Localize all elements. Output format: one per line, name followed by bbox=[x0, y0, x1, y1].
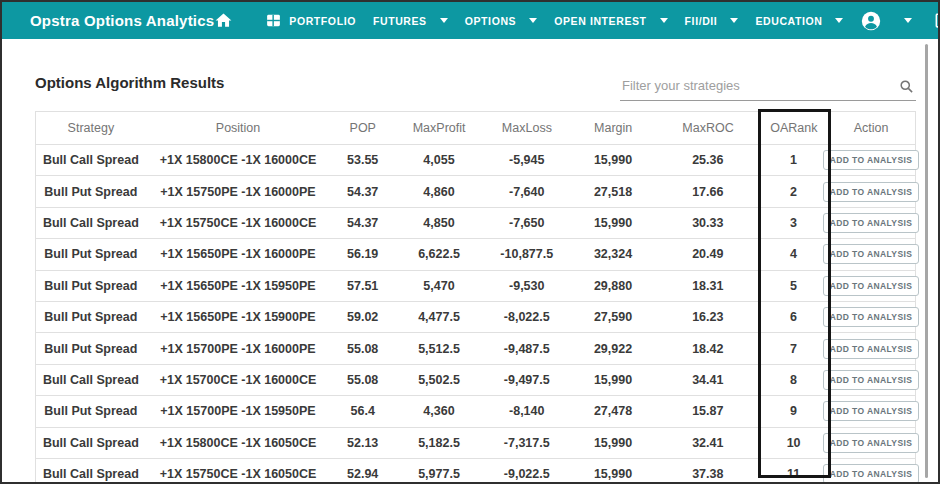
position-cell: +1X 15700PE -1X 15950PE bbox=[146, 396, 331, 426]
position-cell: +1X 15700CE -1X 16000CE bbox=[146, 365, 331, 395]
maxprofit-cell: 6,622.5 bbox=[395, 239, 483, 269]
col-header-maxloss: MaxLoss bbox=[483, 112, 571, 144]
strategy-cell: Bull Call Spread bbox=[36, 365, 146, 395]
margin-cell: 27,590 bbox=[571, 302, 656, 332]
add-to-analysis-button[interactable]: ADD TO ANALYSIS bbox=[823, 464, 920, 484]
add-to-analysis-button[interactable]: ADD TO ANALYSIS bbox=[823, 433, 920, 453]
table-row: Bull Call Spread +1X 15750CE -1X 16050CE… bbox=[36, 459, 915, 484]
maxloss-cell: -5,945 bbox=[483, 145, 571, 175]
table-row: Bull Put Spread +1X 15700PE -1X 15950PE … bbox=[36, 396, 915, 427]
strategy-cell: Bull Put Spread bbox=[36, 239, 146, 269]
pop-cell: 55.08 bbox=[330, 365, 395, 395]
nav-label: FUTURES bbox=[373, 15, 427, 27]
margin-cell: 15,990 bbox=[571, 145, 656, 175]
oarank-cell: 7 bbox=[760, 333, 827, 363]
maxloss-cell: -9,022.5 bbox=[483, 459, 571, 484]
add-to-analysis-button[interactable]: ADD TO ANALYSIS bbox=[823, 213, 920, 233]
main-nav: PORTFOLIO FUTURES OPTIONS OPEN INTEREST … bbox=[214, 10, 940, 32]
add-to-analysis-button[interactable]: ADD TO ANALYSIS bbox=[823, 307, 920, 327]
results-table: Strategy Position POP MaxProfit MaxLoss … bbox=[35, 111, 916, 484]
maxroc-cell: 15.87 bbox=[655, 396, 760, 426]
nav-item-open-interest[interactable]: OPEN INTEREST bbox=[554, 15, 667, 27]
add-to-analysis-button[interactable]: ADD TO ANALYSIS bbox=[823, 339, 920, 359]
table-row: Bull Call Spread +1X 15700CE -1X 16000CE… bbox=[36, 365, 915, 396]
action-cell: ADD TO ANALYSIS bbox=[827, 176, 915, 206]
position-cell: +1X 15700PE -1X 16000PE bbox=[146, 333, 331, 363]
logout-icon bbox=[934, 11, 940, 30]
position-cell: +1X 15750CE -1X 16050CE bbox=[146, 459, 331, 484]
content-header: Options Algorithm Results bbox=[35, 59, 916, 101]
account-button[interactable] bbox=[860, 10, 882, 32]
table-row: Bull Put Spread +1X 15650PE -1X 16000PE … bbox=[36, 239, 915, 270]
action-cell: ADD TO ANALYSIS bbox=[827, 302, 915, 332]
nav-item-fii-dii[interactable]: FII/DII bbox=[685, 15, 739, 27]
maxloss-cell: -9,530 bbox=[483, 271, 571, 301]
pop-cell: 57.51 bbox=[330, 271, 395, 301]
account-dropdown-caret[interactable] bbox=[904, 18, 912, 23]
table-row: Bull Put Spread +1X 15750PE -1X 16000PE … bbox=[36, 176, 915, 207]
maxloss-cell: -8,022.5 bbox=[483, 302, 571, 332]
maxroc-cell: 32.41 bbox=[655, 428, 760, 458]
col-header-oarank: OARank bbox=[760, 112, 827, 144]
oarank-cell: 4 bbox=[760, 239, 827, 269]
col-header-pop: POP bbox=[330, 112, 395, 144]
position-cell: +1X 15750PE -1X 16000PE bbox=[146, 176, 331, 206]
nav-item-education[interactable]: EDUCATION bbox=[755, 15, 843, 27]
strategy-cell: Bull Call Spread bbox=[36, 208, 146, 238]
strategy-cell: Bull Call Spread bbox=[36, 428, 146, 458]
pop-cell: 54.37 bbox=[330, 208, 395, 238]
margin-cell: 15,990 bbox=[571, 208, 656, 238]
nav-item-options[interactable]: OPTIONS bbox=[465, 15, 537, 27]
maxroc-cell: 34.41 bbox=[655, 365, 760, 395]
margin-cell: 27,478 bbox=[571, 396, 656, 426]
pop-cell: 56.19 bbox=[330, 239, 395, 269]
vertical-scrollbar[interactable] bbox=[925, 44, 928, 478]
maxroc-cell: 25.36 bbox=[655, 145, 760, 175]
nav-label: OPTIONS bbox=[465, 15, 516, 27]
add-to-analysis-button[interactable]: ADD TO ANALYSIS bbox=[823, 150, 920, 170]
search-icon bbox=[899, 79, 914, 94]
maxloss-cell: -7,650 bbox=[483, 208, 571, 238]
nav-label: OPEN INTEREST bbox=[554, 15, 646, 27]
table-row: Bull Put Spread +1X 15650PE -1X 15900PE … bbox=[36, 302, 915, 333]
page: Opstra Options Analytics PORTFO bbox=[0, 0, 940, 484]
filter-input[interactable] bbox=[620, 74, 916, 101]
action-cell: ADD TO ANALYSIS bbox=[827, 271, 915, 301]
add-to-analysis-button[interactable]: ADD TO ANALYSIS bbox=[823, 244, 920, 264]
logout-button[interactable] bbox=[934, 11, 940, 30]
oarank-cell: 6 bbox=[760, 302, 827, 332]
margin-cell: 15,990 bbox=[571, 428, 656, 458]
top-navigation-bar: Opstra Options Analytics PORTFO bbox=[2, 2, 938, 39]
maxroc-cell: 30.33 bbox=[655, 208, 760, 238]
col-header-maxroc: MaxROC bbox=[656, 112, 761, 144]
strategy-cell: Bull Call Spread bbox=[36, 459, 146, 484]
maxprofit-cell: 5,502.5 bbox=[395, 365, 483, 395]
maxloss-cell: -9,497.5 bbox=[483, 365, 571, 395]
add-to-analysis-button[interactable]: ADD TO ANALYSIS bbox=[823, 182, 920, 202]
action-cell: ADD TO ANALYSIS bbox=[827, 333, 915, 363]
maxroc-cell: 37.38 bbox=[655, 459, 760, 484]
position-cell: +1X 15650PE -1X 16000PE bbox=[146, 239, 331, 269]
strategy-cell: Bull Put Spread bbox=[36, 302, 146, 332]
table-row: Bull Call Spread +1X 15750CE -1X 16000CE… bbox=[36, 208, 915, 239]
strategy-cell: Bull Put Spread bbox=[36, 271, 146, 301]
pop-cell: 54.37 bbox=[330, 176, 395, 206]
home-button[interactable] bbox=[214, 11, 233, 30]
nav-item-futures[interactable]: FUTURES bbox=[373, 15, 448, 27]
maxloss-cell: -7,640 bbox=[483, 176, 571, 206]
chevron-down-icon bbox=[730, 18, 738, 23]
pop-cell: 53.55 bbox=[330, 145, 395, 175]
action-cell: ADD TO ANALYSIS bbox=[827, 239, 915, 269]
chevron-down-icon bbox=[440, 18, 448, 23]
action-cell: ADD TO ANALYSIS bbox=[827, 208, 915, 238]
maxprofit-cell: 5,470 bbox=[395, 271, 483, 301]
home-icon bbox=[214, 11, 233, 30]
filter-strategies bbox=[620, 74, 916, 101]
add-to-analysis-button[interactable]: ADD TO ANALYSIS bbox=[823, 401, 920, 421]
add-to-analysis-button[interactable]: ADD TO ANALYSIS bbox=[823, 276, 920, 296]
maxprofit-cell: 5,977.5 bbox=[395, 459, 483, 484]
margin-cell: 27,518 bbox=[571, 176, 656, 206]
oarank-cell: 8 bbox=[760, 365, 827, 395]
add-to-analysis-button[interactable]: ADD TO ANALYSIS bbox=[823, 370, 920, 390]
nav-item-portfolio[interactable]: PORTFOLIO bbox=[265, 12, 356, 29]
